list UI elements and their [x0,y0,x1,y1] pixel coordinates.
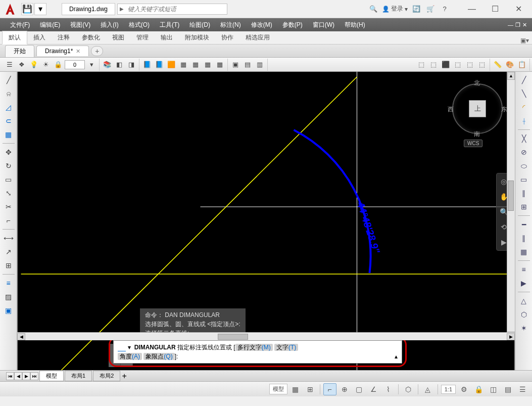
layers6-icon[interactable]: ▦ [190,59,201,70]
layout-tab-layout2[interactable]: 布局2 [93,371,120,381]
ribbon-tab-addins[interactable]: 附加模块 [179,31,215,44]
ruler-icon[interactable]: 📏 [492,59,503,70]
move-icon[interactable]: ✥ [2,146,15,158]
doc-restore[interactable]: ❐ [515,22,520,28]
select3-icon[interactable]: ⬛ [440,59,451,70]
palette-icon[interactable]: 🎨 [504,59,515,70]
m-measure-icon[interactable]: ━ [517,218,530,231]
m-tri-icon[interactable]: △ [517,295,530,307]
ribbon-tab-output[interactable]: 输出 [155,31,179,44]
scale-icon[interactable]: ▤ [501,383,514,395]
layer-props-icon[interactable]: ☰ [4,59,15,70]
viewcube-south[interactable]: 南 [474,130,480,139]
hatch2-icon[interactable]: ▨ [2,291,15,303]
doc-close[interactable]: ✕ [522,22,527,28]
save-icon[interactable]: 💾 [21,3,33,15]
search-box[interactable]: ▶ [117,4,227,15]
drawing-canvas[interactable]: 44°48'28.9" 上 北 南 东 西 WCS ◎ ✋ 🔍 ⟲ ▶ [17,72,515,370]
m-grid-icon[interactable]: ⊞ [517,201,530,213]
ribbon-tab-default[interactable]: 默认 [2,31,27,44]
status-space[interactable]: 模型 [269,384,287,394]
maximize-button[interactable]: ☐ [483,2,507,17]
ribbon-tab-view[interactable]: 视图 [106,31,130,44]
doc-minimize[interactable]: — [508,22,513,28]
m-dim-icon[interactable]: ⟊ [517,115,530,127]
layers5-icon[interactable]: ▦ [178,59,189,70]
minimize-button[interactable]: — [460,2,483,17]
polar-icon[interactable]: ⊕ [338,383,351,395]
chevron-up-icon[interactable]: ▴ [395,352,398,361]
m-arc-icon[interactable]: ◜ [517,101,530,113]
fillet-icon[interactable]: ⌐ [2,214,15,227]
menu-parametric[interactable]: 参数(P) [277,19,308,31]
m-circle-icon[interactable]: ⊘ [517,146,530,158]
m-parallel-icon[interactable]: ∥ [517,187,530,199]
doc-tab-drawing1[interactable]: Drawing1*✕ [36,46,89,56]
new-tab-button[interactable]: + [91,46,103,56]
scroll-right-arrow[interactable]: ▶ [507,333,515,340]
menu-edit[interactable]: 编辑(E) [35,19,65,31]
horizontal-scrollbar[interactable]: ◀ ▶ [17,332,515,340]
menu-file[interactable]: 文件(F) [5,19,35,31]
clipboard-icon[interactable]: 📋 [516,59,527,70]
layout-add-button[interactable]: + [120,372,128,381]
block-icon[interactable]: ▣ [230,59,241,70]
layeriso2-icon[interactable]: ◨ [126,59,137,70]
lock2-icon[interactable]: 🔒 [472,383,485,395]
app-logo[interactable] [0,0,20,18]
scroll-thumb[interactable] [508,181,514,211]
layout-tab-layout1[interactable]: 布局1 [65,371,92,381]
gear-icon[interactable]: ⚙ [457,383,470,395]
wcs-label[interactable]: WCS [464,140,482,147]
ribbon-tab-collab[interactable]: 协作 [215,31,239,44]
select4-icon[interactable]: ⬚ [452,59,463,70]
dynucs-icon[interactable]: ◬ [421,383,434,395]
layers3-icon[interactable]: 📘 [154,59,165,70]
menu-tools[interactable]: 工具(T) [155,19,184,31]
viewcube-north[interactable]: 北 [474,79,480,87]
rectangle-icon[interactable]: ▭ [2,173,15,186]
select2-icon[interactable]: ⬚ [428,59,439,70]
layout-nav-prev[interactable]: ◀ [14,372,22,380]
command-line[interactable]: ▾ DIMANGULAR 指定标注弧线位置或 [多行文字(M) 文字(T) 角度… [113,340,402,364]
chevron-down-icon[interactable]: ▾ [86,59,97,70]
menu-dimension[interactable]: 标注(N) [215,19,246,31]
layout-tab-model[interactable]: 模型 [39,371,64,381]
m-star-icon[interactable]: ✶ [517,322,530,334]
custom-icon[interactable]: ☰ [516,383,529,395]
array-icon[interactable]: ▦ [2,128,15,141]
sun-icon[interactable]: ☀ [40,59,52,70]
close-icon[interactable]: ✕ [76,48,80,55]
viewcube-west[interactable]: 西 [448,105,454,114]
iso-icon[interactable]: ◫ [487,383,500,395]
osnap-icon[interactable]: ▢ [353,383,366,395]
layer-input[interactable] [65,60,85,69]
layers4-icon[interactable]: 🟧 [166,59,177,70]
scroll-thumb[interactable] [218,334,248,340]
menu-help[interactable]: 帮助(H) [340,19,370,31]
view-cube[interactable]: 上 北 南 东 西 WCS [450,81,505,137]
stretch-icon[interactable]: ⤡ [2,187,15,199]
layout-nav-next[interactable]: ▶ [22,372,30,380]
close-button[interactable]: ✕ [507,2,530,17]
select6-icon[interactable]: ⬚ [476,59,488,70]
layers8-icon[interactable]: ▦ [214,59,225,70]
menu-format[interactable]: 格式(O) [124,19,155,31]
layer-walk-icon[interactable]: ❖ [16,59,27,70]
m-ellipse-icon[interactable]: ⬭ [517,160,530,172]
scissors-icon[interactable]: ✂ [2,201,15,213]
m-text-icon[interactable]: ≡ [517,263,530,276]
angle-icon[interactable]: ∠ [367,383,380,395]
block2-icon[interactable]: ▣ [2,304,15,317]
vertical-scrollbar[interactable]: ▲ ▼ [507,72,515,340]
rotate-icon[interactable]: ↻ [2,160,15,172]
ribbon-tab-featured[interactable]: 精选应用 [239,31,276,44]
track-icon[interactable]: ⌇ [382,383,395,395]
layout-nav-first[interactable]: ⏮ [6,372,14,380]
search-input[interactable] [126,6,227,13]
layout-nav-last[interactable]: ⏭ [30,372,38,380]
layers7-icon[interactable]: ▦ [202,59,213,70]
bulb-icon[interactable]: 💡 [28,59,39,70]
menu-window[interactable]: 窗口(W) [308,19,340,31]
m-grid2-icon[interactable]: ▦ [517,246,530,258]
